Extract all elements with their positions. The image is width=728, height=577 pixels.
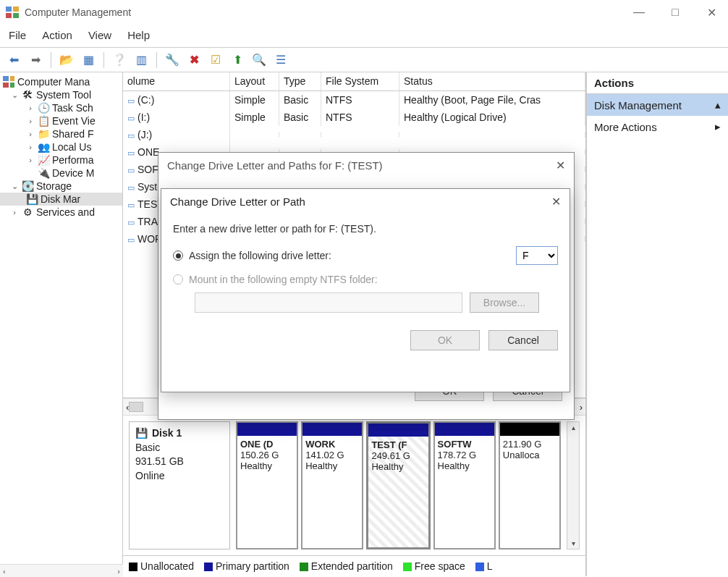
tree-item[interactable]: ›📋Event Vie (0, 114, 122, 127)
cell-fs: NTFS (321, 109, 399, 126)
dialog-change-letter: Change Drive Letter or Path ✕ Enter a ne… (161, 188, 570, 392)
delete-icon[interactable]: ✖ (185, 51, 203, 69)
tree-item[interactable]: 🔌Device M (0, 167, 122, 180)
action-up-icon[interactable]: ⬆ (228, 51, 247, 69)
disk-state: Online (135, 469, 224, 484)
menu-action[interactable]: Action (42, 29, 72, 41)
menu-file[interactable]: File (9, 29, 26, 41)
tree-item[interactable]: ›📁Shared F (0, 127, 122, 140)
col-volume[interactable]: olume (123, 72, 230, 90)
partition-size: 178.72 G (435, 450, 494, 460)
partition-status: Healthy (435, 460, 494, 474)
tree-item[interactable]: ›📈Performa (0, 153, 122, 167)
actions-pane: Actions Disk Management ▴ More Actions ▸ (586, 72, 728, 576)
close-icon[interactable]: ✕ (556, 159, 565, 172)
table-row[interactable]: (J:) (123, 126, 585, 143)
partition[interactable]: 211.90 GUnalloca (499, 421, 561, 549)
tree-label: System Tool (36, 89, 91, 101)
partition-status: Healthy (368, 461, 428, 475)
list-icon[interactable]: ☰ (271, 51, 290, 69)
partition-size: 150.26 G (237, 450, 297, 460)
partition-stripe (368, 424, 428, 437)
inner-ok-button: OK (410, 330, 480, 350)
back-icon[interactable]: ⬅ (4, 51, 23, 69)
actions-label: More Actions (594, 121, 657, 133)
cell-fs (321, 132, 399, 138)
cell-type: Basic (279, 109, 321, 126)
nav-tree[interactable]: Computer Mana ⌄ 🛠 System Tool ›🕒Task Sch… (0, 72, 123, 576)
cell-type (279, 132, 321, 138)
inner-cancel-button[interactable]: Cancel (488, 330, 558, 350)
col-filesystem[interactable]: File System (321, 72, 399, 90)
expand-icon[interactable]: › (26, 104, 35, 112)
disk-vscroll[interactable]: ▴▾ (567, 421, 580, 549)
partition-stripe (302, 423, 362, 436)
dialog-title: Change Drive Letter and Paths for F: (TE… (158, 153, 574, 178)
partition[interactable]: ONE (D150.26 GHealthy (236, 421, 298, 549)
search-icon[interactable]: 🔍 (250, 51, 268, 69)
tree-item-label: Shared F (52, 128, 94, 140)
scroll-thumb[interactable] (129, 402, 143, 412)
table-row[interactable]: (I:)SimpleBasicNTFSHealthy (Logical Driv… (123, 109, 585, 126)
close-button[interactable]: ✕ (701, 6, 722, 20)
legend-free: Free space (415, 560, 465, 572)
folder-up-icon[interactable]: 📂 (57, 51, 76, 69)
expand-icon[interactable]: ⌄ (10, 182, 19, 191)
actions-more[interactable]: More Actions ▸ (587, 116, 728, 138)
cell-volume: (I:) (123, 109, 230, 126)
tree-disk-management[interactable]: 💾 Disk Mar (0, 193, 122, 206)
col-type[interactable]: Type (279, 72, 321, 90)
menu-view[interactable]: View (88, 29, 111, 41)
minimize-button[interactable]: — (628, 6, 650, 20)
partition-name: ONE (D (237, 436, 297, 450)
partition[interactable]: WORK141.02 GHealthy (301, 421, 363, 549)
actions-label: Disk Management (594, 99, 682, 111)
expand-icon[interactable]: › (26, 117, 35, 125)
dialog-prompt: Enter a new drive letter or path for F: … (173, 223, 558, 235)
tree-storage[interactable]: ⌄ 💽 Storage (0, 180, 122, 193)
tree-item-label: Event Vie (52, 115, 96, 127)
cell-layout (230, 132, 279, 138)
disk-info[interactable]: 💾Disk 1 Basic 931.51 GB Online (129, 421, 230, 549)
tree-services[interactable]: › ⚙ Services and (0, 206, 122, 219)
radio-assign-letter[interactable]: Assign the following drive letter: F (173, 242, 558, 269)
help-icon[interactable]: ❔ (110, 51, 129, 69)
tree-item-icon: 📁 (38, 128, 49, 140)
properties-icon[interactable]: ▦ (79, 51, 98, 69)
dialog-title[interactable]: Change Drive Letter or Path ✕ (161, 189, 570, 214)
maximize-button[interactable]: □ (664, 6, 686, 20)
table-row[interactable]: (C:)SimpleBasicNTFSHealthy (Boot, Page F… (123, 91, 585, 109)
close-icon[interactable]: ✕ (551, 195, 561, 209)
expand-icon[interactable]: ⌄ (10, 90, 19, 100)
partition-stripe (435, 423, 494, 436)
disk-icon: 💾 (26, 193, 38, 205)
refresh-icon[interactable]: ▥ (132, 51, 151, 69)
expand-icon[interactable]: › (26, 156, 35, 164)
tree-item[interactable]: ›🕒Task Sch (0, 101, 122, 114)
tree-item[interactable]: ›👥Local Us (0, 140, 122, 153)
actions-diskmgmt[interactable]: Disk Management ▴ (587, 94, 728, 116)
expand-icon[interactable]: › (10, 208, 19, 216)
radio-icon[interactable] (173, 274, 183, 285)
forward-icon[interactable]: ➡ (26, 51, 45, 69)
check-icon[interactable]: ☑ (206, 51, 225, 69)
drive-letter-select[interactable]: F (516, 246, 558, 265)
partition[interactable]: TEST (F249.61 GHealthy (366, 421, 430, 549)
expand-icon[interactable]: › (26, 143, 35, 151)
partition-name: TEST (F (368, 437, 428, 450)
cell-layout: Simple (230, 91, 279, 109)
partition[interactable]: SOFTW178.72 GHealthy (433, 421, 496, 549)
radio-icon[interactable] (173, 250, 183, 261)
disk-graphic: 💾Disk 1 Basic 931.51 GB Online ONE (D150… (123, 416, 585, 555)
tree-item-icon: 🕒 (38, 102, 49, 114)
col-layout[interactable]: Layout (230, 72, 279, 90)
expand-icon[interactable]: › (26, 130, 35, 138)
settings-icon[interactable]: 🔧 (163, 51, 182, 69)
tree-system-tools[interactable]: ⌄ 🛠 System Tool (0, 88, 122, 101)
tree-hscroll[interactable]: ‹› (0, 564, 123, 576)
col-status[interactable]: Status (399, 72, 585, 90)
collapse-icon[interactable]: ▴ (715, 98, 721, 111)
tree-root[interactable]: Computer Mana (0, 75, 122, 88)
menu-help[interactable]: Help (127, 29, 150, 41)
radio-mount-folder[interactable]: Mount in the following empty NTFS folder… (173, 269, 558, 290)
